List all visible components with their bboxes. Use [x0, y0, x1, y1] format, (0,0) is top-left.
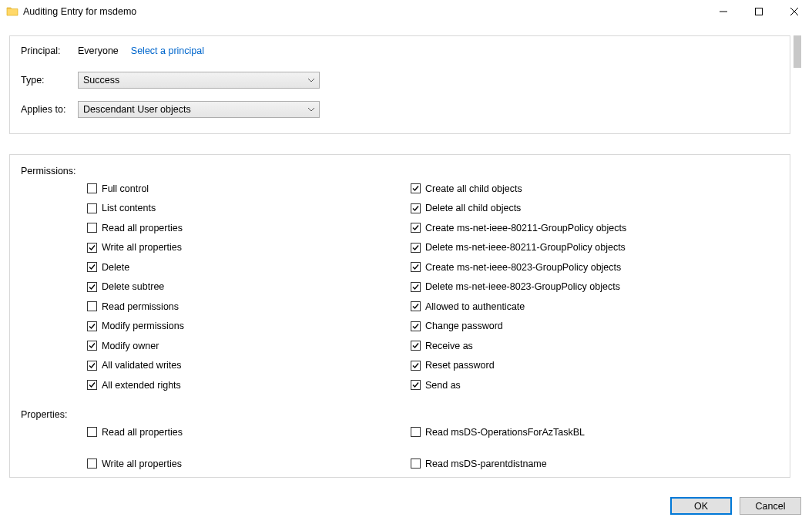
checkbox-label: Write all properties — [102, 458, 182, 469]
permission-item[interactable]: Receive as — [411, 338, 734, 353]
checkbox[interactable] — [87, 427, 97, 437]
checkbox[interactable] — [87, 458, 97, 469]
permission-item[interactable]: All validated writes — [87, 358, 411, 373]
checkbox-label: Create ms-net-ieee-80211-GroupPolicy obj… — [425, 223, 626, 233]
permission-item[interactable]: Delete — [87, 260, 411, 274]
checkbox[interactable] — [87, 321, 97, 331]
checkbox[interactable] — [87, 183, 97, 193]
checkbox[interactable] — [411, 427, 421, 437]
permission-item[interactable]: List contents — [87, 201, 411, 216]
window-title: Auditing Entry for msdemo — [23, 6, 136, 17]
checkbox[interactable] — [411, 282, 421, 292]
principal-value: Everyone — [70, 45, 119, 56]
permission-item[interactable]: Create all child objects — [411, 181, 734, 196]
checkbox[interactable] — [411, 243, 421, 253]
select-principal-link[interactable]: Select a principal — [119, 45, 204, 56]
permission-item[interactable]: Create ms-net-ieee-80211-GroupPolicy obj… — [411, 220, 734, 235]
applies-dropdown[interactable]: Descendant User objects — [78, 101, 320, 118]
cancel-button[interactable]: Cancel — [740, 497, 801, 515]
checkbox-label: Send as — [425, 380, 461, 391]
permission-item[interactable]: Modify owner — [87, 338, 411, 353]
permission-item[interactable]: Full control — [87, 181, 411, 196]
ok-button[interactable]: OK — [670, 497, 732, 515]
type-label: Type: — [10, 75, 70, 86]
checkbox-label: Allowed to authenticate — [425, 301, 525, 312]
scrollbar-thumb[interactable] — [794, 35, 801, 68]
close-button[interactable] — [777, 0, 812, 23]
checkbox-label: Create all child objects — [425, 183, 522, 194]
principal-label: Principal: — [10, 45, 70, 56]
permissions-header: Permissions: — [10, 155, 790, 181]
type-dropdown[interactable]: Success — [78, 72, 320, 89]
chevron-down-icon — [304, 102, 319, 117]
property-item[interactable]: Read msDS-parentdistname — [411, 456, 734, 471]
folder-icon — [6, 5, 18, 18]
checkbox[interactable] — [87, 361, 97, 371]
checkbox-label: Full control — [102, 183, 149, 194]
checkbox[interactable] — [411, 341, 421, 351]
checkbox-label: Delete all child objects — [425, 203, 521, 213]
checkbox-label: Delete ms-net-ieee-80211-GroupPolicy obj… — [425, 242, 626, 253]
checkbox[interactable] — [411, 458, 421, 469]
checkbox-label: Delete — [102, 262, 129, 273]
applies-dropdown-value: Descendant User objects — [79, 104, 304, 115]
checkbox[interactable] — [411, 183, 421, 193]
permission-item[interactable]: Delete all child objects — [411, 201, 734, 216]
checkbox[interactable] — [87, 223, 97, 233]
minimize-button[interactable] — [706, 0, 741, 23]
checkbox-label: Modify permissions — [102, 321, 184, 331]
permission-item[interactable]: Read all properties — [87, 220, 411, 235]
vertical-scrollbar[interactable] — [794, 35, 801, 478]
permission-item[interactable]: Reset password — [411, 358, 734, 373]
maximize-button[interactable] — [741, 0, 777, 23]
checkbox-label: All extended rights — [102, 380, 181, 391]
permission-item[interactable]: Change password — [411, 319, 734, 334]
titlebar: Auditing Entry for msdemo — [0, 0, 812, 23]
permission-item[interactable]: Allowed to authenticate — [411, 299, 734, 314]
checkbox[interactable] — [411, 223, 421, 233]
checkbox-label: Create ms-net-ieee-8023-GroupPolicy obje… — [425, 262, 621, 273]
type-dropdown-value: Success — [79, 75, 304, 86]
checkbox[interactable] — [87, 341, 97, 351]
checkbox-label: Read all properties — [102, 223, 183, 233]
permissions-pane: Permissions: Full controlList contentsRe… — [9, 154, 790, 478]
permission-item[interactable]: Send as — [411, 378, 734, 392]
principal-type-pane: Principal: Everyone Select a principal T… — [9, 35, 790, 134]
checkbox-label: List contents — [102, 203, 156, 213]
permission-item[interactable]: Read permissions — [87, 299, 411, 314]
checkbox-label: Receive as — [425, 341, 473, 351]
checkbox[interactable] — [411, 301, 421, 311]
checkbox-label: Read permissions — [102, 301, 179, 312]
permission-item[interactable]: Create ms-net-ieee-8023-GroupPolicy obje… — [411, 260, 734, 274]
checkbox[interactable] — [411, 380, 421, 390]
checkbox[interactable] — [411, 203, 421, 213]
property-item[interactable]: Write all properties — [87, 456, 411, 471]
permission-item[interactable]: Delete ms-net-ieee-80211-GroupPolicy obj… — [411, 240, 734, 255]
permission-item[interactable]: Write all properties — [87, 240, 411, 255]
checkbox[interactable] — [87, 262, 97, 272]
permission-item[interactable]: All extended rights — [87, 378, 411, 392]
checkbox-label: Change password — [425, 321, 503, 331]
property-item[interactable]: Read all properties — [87, 425, 411, 439]
checkbox-label: Read msDS-OperationsForAzTaskBL — [425, 427, 585, 438]
checkbox[interactable] — [411, 361, 421, 371]
checkbox[interactable] — [411, 321, 421, 331]
checkbox[interactable] — [87, 380, 97, 390]
checkbox-label: Reset password — [425, 360, 495, 371]
permission-item[interactable]: Delete subtree — [87, 280, 411, 294]
permission-item[interactable]: Modify permissions — [87, 319, 411, 334]
checkbox[interactable] — [87, 282, 97, 292]
applies-label: Applies to: — [10, 104, 70, 115]
checkbox-label: Write all properties — [102, 242, 182, 253]
checkbox[interactable] — [87, 243, 97, 253]
checkbox-label: Delete ms-net-ieee-8023-GroupPolicy obje… — [425, 281, 620, 292]
checkbox[interactable] — [87, 203, 97, 213]
checkbox[interactable] — [411, 262, 421, 272]
property-item[interactable]: Read msDS-OperationsForAzTaskBL — [411, 425, 734, 439]
properties-header: Properties: — [10, 403, 790, 425]
checkbox-label: Read msDS-parentdistname — [425, 458, 547, 469]
permission-item[interactable]: Delete ms-net-ieee-8023-GroupPolicy obje… — [411, 280, 734, 294]
dialog-footer: OK Cancel — [670, 497, 801, 515]
checkbox-label: All validated writes — [102, 360, 182, 371]
checkbox[interactable] — [87, 301, 97, 311]
